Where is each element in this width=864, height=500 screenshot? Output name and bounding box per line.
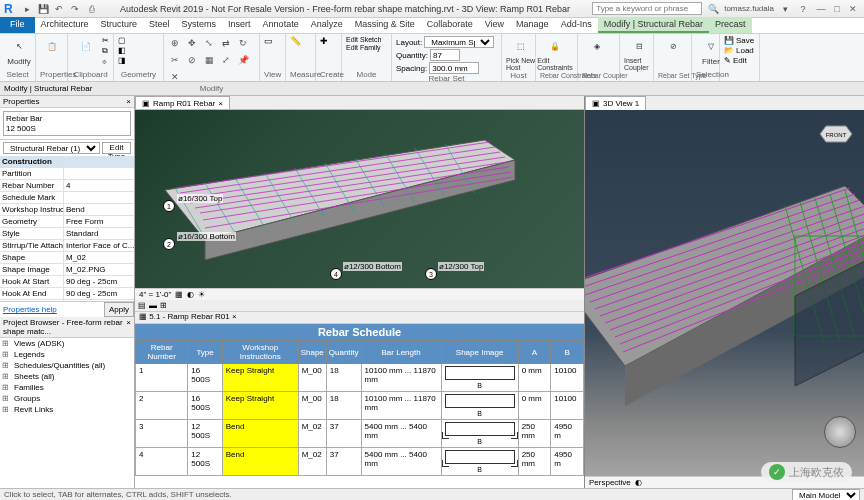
prop-value[interactable]: 4 bbox=[64, 180, 134, 191]
open-icon[interactable]: ▸ bbox=[20, 2, 34, 16]
pick-new-host-button[interactable]: ⬚Pick New Host bbox=[506, 36, 536, 71]
instance-select[interactable]: Structural Rebar (1) bbox=[3, 142, 100, 154]
col-header[interactable]: Bar Length bbox=[361, 341, 441, 364]
rotate-icon[interactable]: ↻ bbox=[236, 36, 250, 50]
col-header[interactable]: Quantity bbox=[326, 341, 361, 364]
browser-node[interactable]: Revit Links bbox=[0, 404, 134, 415]
table-row[interactable]: 312 500SBendM_02375400 mm ... 5400 mmB25… bbox=[136, 420, 584, 448]
tab-manage[interactable]: Manage bbox=[510, 17, 555, 33]
browser-node[interactable]: Schedules/Quantities (all) bbox=[0, 360, 134, 371]
browser-close-icon[interactable]: × bbox=[126, 318, 131, 336]
search-input[interactable] bbox=[592, 2, 702, 15]
file-tab[interactable]: File bbox=[0, 17, 35, 33]
tab-structure[interactable]: Structure bbox=[95, 17, 144, 33]
schedule-merge-icon[interactable]: ⊞ bbox=[160, 301, 167, 310]
load-selection-button[interactable]: 📂Load bbox=[724, 46, 755, 55]
prop-value[interactable]: 90 deg - 25cm bbox=[64, 276, 134, 287]
workset-select[interactable]: Main Model bbox=[792, 489, 860, 501]
col-header[interactable]: B bbox=[551, 341, 584, 364]
join-icon[interactable]: ◨ bbox=[118, 56, 126, 65]
cut-geom-icon[interactable]: ◧ bbox=[118, 46, 126, 55]
browser-node[interactable]: Groups bbox=[0, 393, 134, 404]
trim-icon[interactable]: ✂ bbox=[168, 53, 182, 67]
table-row[interactable]: 116 500SKeep StraightM_001810100 mm ... … bbox=[136, 364, 584, 392]
schedule-new-icon[interactable]: ▤ bbox=[138, 301, 146, 310]
edit-constraints-button[interactable]: 🔒Edit Constraints bbox=[540, 36, 570, 71]
type-selector[interactable]: Rebar Bar 12 500S bbox=[3, 111, 131, 136]
create-icon[interactable]: ✚ bbox=[320, 36, 328, 46]
tab-close-icon[interactable]: × bbox=[218, 99, 223, 108]
measure-icon[interactable]: 📏 bbox=[290, 36, 301, 46]
tab-analyze[interactable]: Analyze bbox=[305, 17, 349, 33]
browser-node[interactable]: Families bbox=[0, 382, 134, 393]
pin-icon[interactable]: 📌 bbox=[236, 53, 250, 67]
visual-style-icon[interactable]: ◐ bbox=[635, 478, 642, 487]
tab-modify-rebar[interactable]: Modify | Structural Rebar bbox=[598, 17, 709, 33]
col-header[interactable]: Shape Image bbox=[441, 341, 518, 364]
prop-value[interactable]: Free Form bbox=[64, 216, 134, 227]
rebar-schedule-table[interactable]: Rebar NumberTypeWorkshop InstructionsSha… bbox=[135, 340, 584, 476]
move-icon[interactable]: ✥ bbox=[185, 36, 199, 50]
quantity-input[interactable] bbox=[430, 49, 460, 61]
close-icon[interactable]: ✕ bbox=[846, 3, 860, 15]
undo-icon[interactable]: ↶ bbox=[52, 2, 66, 16]
col-header[interactable]: Shape bbox=[298, 341, 326, 364]
minimize-icon[interactable]: — bbox=[814, 3, 828, 15]
tab-addins[interactable]: Add-Ins bbox=[555, 17, 598, 33]
properties-grid[interactable]: Construction PartitionRebar Number4Sched… bbox=[0, 156, 134, 301]
remove-rebar-button[interactable]: ⊘ bbox=[658, 36, 688, 56]
cope-icon[interactable]: ▢ bbox=[118, 36, 126, 45]
matchtype-icon[interactable]: ⟐ bbox=[102, 57, 109, 66]
col-header[interactable]: A bbox=[518, 341, 551, 364]
cut-icon[interactable]: ✂ bbox=[102, 36, 109, 45]
prop-value[interactable]: M_02.PNG bbox=[64, 264, 134, 275]
copy-icon[interactable]: ⧉ bbox=[102, 46, 109, 56]
col-header[interactable]: Rebar Number bbox=[136, 341, 188, 364]
view-tab-3d[interactable]: ▣3D View 1 bbox=[585, 96, 646, 110]
view-control-bar-top[interactable]: 4" = 1'-0"▦◐☀ bbox=[135, 288, 584, 300]
delete-icon[interactable]: ✕ bbox=[168, 70, 182, 84]
properties-help-link[interactable]: Properties help bbox=[0, 304, 60, 315]
tab-precast[interactable]: Precast bbox=[709, 17, 752, 33]
prop-value[interactable]: M_02 bbox=[64, 252, 134, 263]
align-icon[interactable]: ⊕ bbox=[168, 36, 182, 50]
maximize-icon[interactable]: □ bbox=[830, 3, 844, 15]
array-icon[interactable]: ▦ bbox=[202, 53, 216, 67]
paste-button[interactable]: 📄 bbox=[72, 36, 99, 56]
schedule-tab[interactable]: ▦ 5.1 - Ramp Rebar R01 × bbox=[139, 312, 237, 321]
tab-steel[interactable]: Steel bbox=[143, 17, 176, 33]
scale-icon[interactable]: ⤢ bbox=[219, 53, 233, 67]
view-tab-ramp[interactable]: ▣Ramp R01 Rebar× bbox=[135, 96, 230, 109]
table-row[interactable]: 412 500SBendM_02375400 mm ... 5400 mmB25… bbox=[136, 448, 584, 476]
search-icon[interactable]: 🔍 bbox=[706, 2, 720, 16]
browser-node[interactable]: Legends bbox=[0, 349, 134, 360]
prop-value[interactable]: Bend bbox=[64, 204, 134, 215]
save-selection-button[interactable]: 💾Save bbox=[724, 36, 755, 45]
tab-annotate[interactable]: Annotate bbox=[257, 17, 305, 33]
schedule-row-icon[interactable]: ▬ bbox=[149, 301, 157, 310]
tab-view[interactable]: View bbox=[479, 17, 510, 33]
prop-value[interactable]: Standard bbox=[64, 228, 134, 239]
edit-sketch-btn[interactable]: Edit Sketch bbox=[346, 36, 381, 43]
visual-style-icon[interactable]: ◐ bbox=[187, 290, 194, 299]
view-icon[interactable]: ▭ bbox=[264, 36, 273, 46]
modify-button[interactable]: ↖Modify bbox=[4, 36, 34, 66]
edit-selection-button[interactable]: ✎Edit bbox=[724, 56, 755, 65]
save-icon[interactable]: 💾 bbox=[36, 2, 50, 16]
mirror-icon[interactable]: ⇄ bbox=[219, 36, 233, 50]
offset-icon[interactable]: ⤡ bbox=[202, 36, 216, 50]
detail-icon[interactable]: ▦ bbox=[175, 290, 183, 299]
prop-value[interactable]: 90 deg - 25cm bbox=[64, 288, 134, 299]
tab-architecture[interactable]: Architecture bbox=[35, 17, 95, 33]
layout-select[interactable]: Maximum Spacing bbox=[424, 36, 494, 48]
apply-button[interactable]: Apply bbox=[104, 302, 134, 317]
tab-systems[interactable]: Systems bbox=[176, 17, 223, 33]
print-icon[interactable]: ⎙ bbox=[84, 2, 98, 16]
user-icon[interactable]: ▾ bbox=[778, 2, 792, 16]
table-row[interactable]: 216 500SKeep StraightM_001810100 mm ... … bbox=[136, 392, 584, 420]
redo-icon[interactable]: ↷ bbox=[68, 2, 82, 16]
col-header[interactable]: Type bbox=[188, 341, 222, 364]
view-3d-ramp[interactable]: 1 ø16/300 Top 2 ø16/300 Bottom 4 ø12/300… bbox=[135, 110, 584, 288]
prop-value[interactable] bbox=[64, 168, 134, 179]
edit-family-btn[interactable]: Edit Family bbox=[346, 44, 381, 51]
